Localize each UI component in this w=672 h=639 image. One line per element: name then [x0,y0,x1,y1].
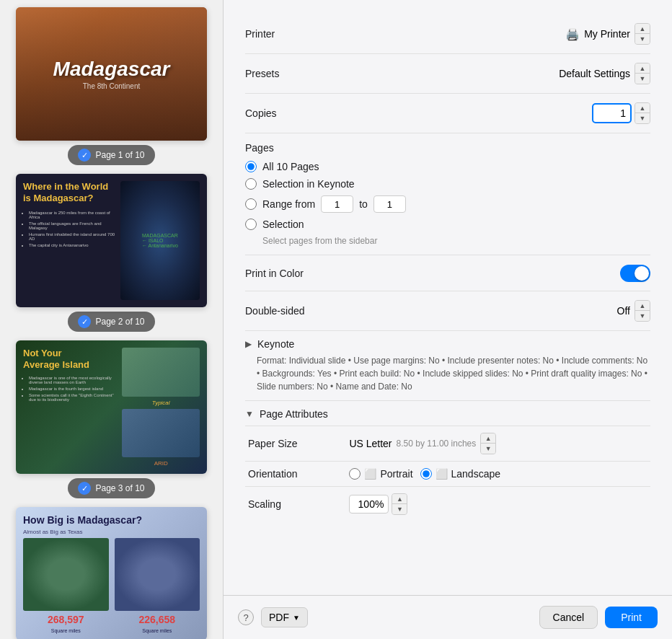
print-button[interactable]: Print [605,607,658,628]
slide-badge-3: ✓ Page 3 of 10 [68,478,154,498]
slide-4-stat-2: 226,658 [138,614,175,625]
pages-all-radio[interactable] [245,161,257,172]
copies-stepper-control: ▲ ▼ [592,102,650,124]
landscape-radio[interactable] [420,468,432,480]
help-button[interactable]: ? [238,609,254,625]
page-attributes-table: Paper Size US Letter 8.50 by 11.00 inche… [245,426,650,521]
copies-label: Copies [245,107,346,119]
scaling-input[interactable] [349,495,389,514]
pages-selection-note: Select pages from the sidebar [262,236,650,246]
slide-badge-1: ✓ Page 1 of 10 [68,145,154,165]
list-item[interactable]: Where in the Worldis Madagascar? Madagas… [14,174,208,332]
presets-value: Default Settings [559,68,630,79]
double-sided-value: Off [617,305,630,317]
printer-icon: 🖨️ [565,27,580,41]
slide-thumbnail-3[interactable]: Not YourAverage Island Madagascar is one… [16,340,207,474]
paper-size-control[interactable]: US Letter 8.50 by 11.00 inches ▲ ▼ [349,433,650,454]
paper-size-value: US Letter [349,438,392,449]
keynote-label: Keynote [257,338,294,350]
landscape-label: Landscape [451,468,501,480]
printer-label: Printer [245,28,346,40]
double-sided-label: Double-sided [245,305,346,317]
pages-selection-keynote-option[interactable]: Selection in Keynote [245,178,650,190]
portrait-icon: ⬜ [364,468,376,480]
pages-range-option[interactable]: Range from to [245,195,650,213]
print-settings-panel: Printer 🖨️ My Printer ▲ ▼ Presets Defaul… [224,0,672,639]
landscape-option[interactable]: ⬜ Landscape [420,468,501,480]
presets-up-arrow[interactable]: ▲ [635,63,650,74]
cancel-button[interactable]: Cancel [539,606,598,629]
slide-badge-2: ✓ Page 2 of 10 [68,312,154,332]
list-item[interactable]: Not YourAverage Island Madagascar is one… [14,340,208,498]
double-sided-down-arrow[interactable]: ▼ [635,311,650,321]
paper-size-stepper[interactable]: ▲ ▼ [480,433,496,454]
slide-label-3: Page 3 of 10 [95,483,144,493]
pages-selection-option[interactable]: Selection [245,219,650,230]
paper-size-down[interactable]: ▼ [481,444,495,454]
printer-row: Printer 🖨️ My Printer ▲ ▼ [245,14,650,54]
copies-input[interactable] [592,103,632,123]
printer-stepper[interactable]: ▲ ▼ [635,23,650,45]
slide-thumbnail-4[interactable]: How Big is Madagascar? Almost as Big as … [16,507,207,639]
page-attributes-label: Page Attributes [260,408,328,420]
slide-1-subtitle: The 8th Continent [83,82,141,90]
pages-range-to[interactable] [373,195,406,213]
scaling-up[interactable]: ▲ [392,494,407,504]
pdf-button[interactable]: PDF ▼ [261,607,308,627]
chevron-down-icon: ▼ [245,409,254,419]
pages-range-radio[interactable] [245,198,257,210]
paper-size-up[interactable]: ▲ [481,433,495,444]
pages-range-label: Range from [262,198,315,210]
slide-1-title: Madagascar [53,58,170,81]
slide-3-title: Not YourAverage Island [23,348,118,370]
pages-selection-keynote-radio[interactable] [245,178,257,190]
list-item[interactable]: How Big is Madagascar? Almost as Big as … [14,507,208,639]
slide-2-bullets: Madagascar is 250 miles from the coast o… [23,211,120,247]
pages-selection-label: Selection [262,219,304,230]
copies-row: Copies ▲ ▼ [245,94,650,133]
page-attributes-header[interactable]: ▼ Page Attributes [245,408,650,420]
double-sided-up-arrow[interactable]: ▲ [635,301,650,311]
copies-up-arrow[interactable]: ▲ [635,103,650,113]
print-color-label: Print in Color [245,268,346,279]
scaling-stepper[interactable]: ▲ ▼ [392,493,407,515]
printer-value: My Printer [584,28,630,40]
presets-value-container: Default Settings ▲ ▼ [346,63,650,84]
pages-selection-radio[interactable] [245,219,257,230]
slide-3-bullets: Madagascar is one of the most ecological… [23,376,118,402]
pages-section: Pages All 10 Pages Selection in Keynote … [245,133,650,255]
list-item[interactable]: Madagascar The 8th Continent ✓ Page 1 of… [14,7,208,165]
scaling-down[interactable]: ▼ [392,504,407,514]
slide-label-1: Page 1 of 10 [95,150,144,160]
slide-2-title: Where in the Worldis Madagascar? [23,181,120,203]
pages-all-option[interactable]: All 10 Pages [245,161,650,172]
portrait-radio[interactable] [349,468,361,480]
scaling-label: Scaling [245,487,349,522]
checkmark-icon: ✓ [78,149,91,162]
slide-thumbnail-2[interactable]: Where in the Worldis Madagascar? Madagas… [16,174,207,307]
print-content: Printer 🖨️ My Printer ▲ ▼ Presets Defaul… [224,0,672,595]
copies-down-arrow[interactable]: ▼ [635,113,650,123]
printer-value-container: 🖨️ My Printer ▲ ▼ [346,23,650,45]
keynote-section: ▶ Keynote Format: Individual slide • Use… [245,331,650,401]
slide-4-subtitle: Almost as Big as Texas [23,529,200,535]
orientation-label: Orientation [245,462,349,487]
print-color-toggle[interactable] [620,265,650,282]
presets-row: Presets Default Settings ▲ ▼ [245,54,650,94]
pages-range-from[interactable] [321,195,353,213]
chevron-right-icon: ▶ [245,339,252,349]
scaling-control: ▲ ▼ [349,493,650,515]
slide-thumbnail-1[interactable]: Madagascar The 8th Continent [16,7,207,141]
double-sided-value-container: Off ▲ ▼ [346,300,650,322]
page-attributes-section: ▼ Page Attributes Paper Size US Letter 8… [245,401,650,529]
copies-arrows[interactable]: ▲ ▼ [635,102,650,124]
portrait-option[interactable]: ⬜ Portrait [349,468,412,480]
orientation-control: ⬜ Portrait ⬜ Landscape [349,468,650,480]
presets-down-arrow[interactable]: ▼ [635,74,650,84]
keynote-header[interactable]: ▶ Keynote [245,338,650,350]
presets-stepper[interactable]: ▲ ▼ [635,63,650,84]
orientation-row: Orientation ⬜ Portrait ⬜ Landscap [245,462,650,487]
printer-up-arrow[interactable]: ▲ [635,24,650,34]
double-sided-stepper[interactable]: ▲ ▼ [635,300,650,322]
printer-down-arrow[interactable]: ▼ [635,34,650,44]
